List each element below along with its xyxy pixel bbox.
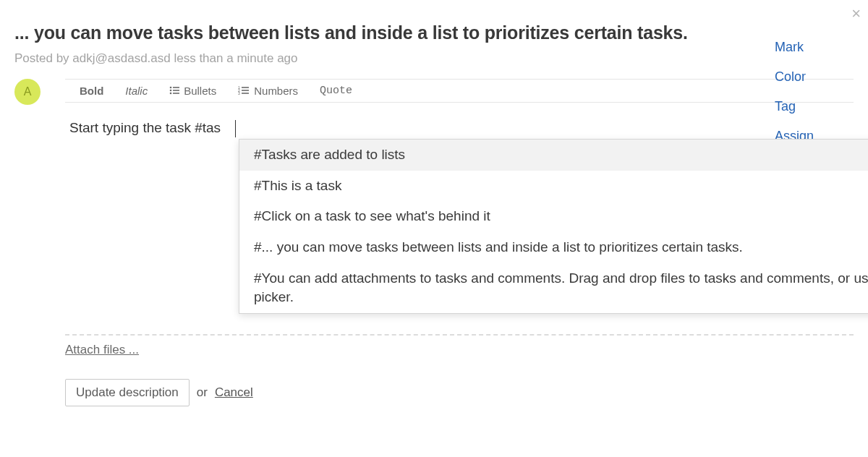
quote-button[interactable]: Quote (320, 85, 352, 97)
close-icon[interactable]: × (851, 6, 861, 22)
svg-rect-9 (242, 90, 249, 91)
suggestion-item[interactable]: #You can add attachments to tasks and co… (239, 263, 868, 313)
svg-point-2 (170, 90, 172, 92)
bold-button[interactable]: Bold (80, 85, 103, 97)
editor-column: Bold Italic Bullets 123 Numbers Quote #T… (65, 79, 854, 406)
svg-point-0 (170, 87, 172, 89)
text-caret (235, 120, 236, 137)
color-link[interactable]: Color (775, 69, 806, 85)
update-description-button[interactable]: Update description (65, 379, 190, 406)
divider (65, 334, 854, 336)
numbers-icon: 123 (238, 85, 250, 97)
svg-rect-5 (173, 93, 179, 94)
svg-rect-11 (242, 93, 249, 94)
mark-link[interactable]: Mark (775, 40, 804, 55)
numbers-button[interactable]: 123 Numbers (238, 85, 298, 97)
editor-row: A Bold Italic Bullets 123 Numbers Quote (0, 66, 868, 406)
svg-rect-3 (173, 90, 179, 91)
task-byline: Posted by adkj@asdasd.asd less than a mi… (14, 51, 854, 66)
suggestion-item[interactable]: #Tasks are added to lists (239, 140, 868, 171)
bullets-icon (169, 85, 179, 97)
hashtag-suggestions: #Tasks are added to lists #This is a tas… (239, 139, 868, 314)
bullets-button[interactable]: Bullets (169, 85, 216, 97)
bullets-label: Bullets (184, 85, 216, 97)
or-text: or (197, 385, 208, 400)
svg-rect-7 (242, 87, 249, 88)
svg-text:3: 3 (238, 91, 240, 95)
task-header: ... you can move tasks between lists and… (0, 0, 868, 66)
suggestion-item[interactable]: #... you can move tasks between lists an… (239, 232, 868, 263)
avatar: A (14, 79, 41, 105)
editor-toolbar: Bold Italic Bullets 123 Numbers Quote (65, 79, 854, 103)
editor-area: #Tasks are added to lists #This is a tas… (65, 103, 854, 334)
actions-row: Update description or Cancel (65, 379, 854, 406)
svg-point-4 (170, 93, 172, 95)
svg-rect-1 (173, 87, 179, 88)
attach-files-link[interactable]: Attach files ... (65, 343, 139, 356)
cancel-link[interactable]: Cancel (215, 385, 253, 400)
attach-row: Attach files ... (65, 343, 854, 357)
description-input[interactable] (69, 120, 849, 136)
suggestion-item[interactable]: #This is a task (239, 171, 868, 202)
numbers-label: Numbers (254, 85, 298, 97)
italic-button[interactable]: Italic (125, 85, 148, 97)
task-title: ... you can move tasks between lists and… (14, 22, 709, 44)
suggestion-item[interactable]: #Click on a task to see what's behind it (239, 201, 868, 232)
